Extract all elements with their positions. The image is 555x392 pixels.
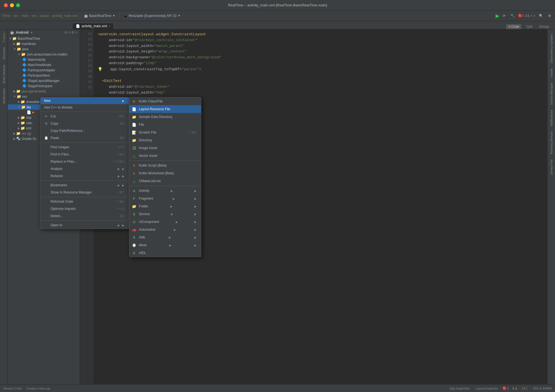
tree-main-viewmodel[interactable]: 🔷 MainViewModel bbox=[8, 62, 80, 67]
submenu-scratch-file[interactable]: 📝 Scratch File ⇧⌘N bbox=[129, 129, 201, 136]
cursor-position[interactable]: 19:1 bbox=[520, 386, 528, 391]
submenu-image-asset[interactable]: 🖼 Image Asset bbox=[129, 144, 201, 152]
menu-separator-2 bbox=[41, 142, 129, 143]
tree-java-generated[interactable]: ▶ 📁 java (generated) bbox=[8, 89, 80, 94]
submenu-separator-1 bbox=[129, 160, 201, 161]
submenu-kotlin-worksheet[interactable]: K Kotlin Worksheet (Beta) bbox=[129, 169, 201, 177]
breadcrumb-src[interactable]: src bbox=[14, 14, 18, 18]
sync-tree-icon[interactable]: ⟳ bbox=[64, 31, 67, 34]
menu-item-paste[interactable]: 📋 Paste ⌘K bbox=[41, 134, 129, 142]
tree-java[interactable]: ▼ 📁 java bbox=[8, 46, 80, 52]
submenu-activity[interactable]: A Activity ▶ bbox=[129, 187, 201, 195]
memory-usage[interactable]: 943 of 4096M bbox=[532, 386, 553, 391]
tree-stage-participant[interactable]: 🔷 StageParticipant bbox=[8, 83, 80, 89]
menu-item-replace[interactable]: Replace in Files... ⌥⇧⌘U bbox=[41, 158, 129, 165]
tree-layout-label: lay bbox=[27, 105, 31, 109]
design-mode-btn[interactable]: Design bbox=[537, 24, 552, 29]
breadcrumb-res[interactable]: res bbox=[32, 14, 37, 18]
window-controls[interactable] bbox=[4, 3, 20, 7]
search-button[interactable]: 🔍 bbox=[537, 13, 545, 18]
menu-item-resource-manager[interactable]: Show In Resource Manager ⇧⌘T bbox=[41, 189, 129, 196]
menu-item-new[interactable]: New ▶ bbox=[41, 97, 129, 104]
menu-item-open-in[interactable]: Open In ▶ bbox=[41, 222, 129, 229]
sidebar-item-structure[interactable]: Structure bbox=[1, 45, 7, 62]
menu-item-find-files[interactable]: Find in Files... ⇧⌘U bbox=[41, 151, 129, 158]
submenu-aidl[interactable]: A AIDL bbox=[129, 249, 201, 257]
settings-button[interactable]: ⚙ bbox=[546, 13, 553, 18]
breadcrumb-layout[interactable]: layout bbox=[40, 14, 49, 18]
run-button[interactable]: ▶ bbox=[496, 13, 499, 19]
menu-item-find-usages[interactable]: Find Usages ⌥F7 bbox=[41, 144, 129, 151]
tree-participant-adapter[interactable]: 🔷 ParticipantAdapter bbox=[8, 67, 80, 73]
menu-item-reformat[interactable]: Reformat Code ⌥⌘L bbox=[41, 198, 129, 205]
submenu-kotlin-script[interactable]: K Kotlin Script (Beta) bbox=[129, 162, 201, 169]
device-manager-panel[interactable]: Device Manager bbox=[549, 80, 554, 107]
breadcrumb-main[interactable]: main bbox=[21, 14, 29, 18]
maximize-button[interactable] bbox=[16, 3, 20, 7]
submenu-folder[interactable]: 📁 Folder ▶ bbox=[129, 202, 201, 210]
submenu-kotlin-class[interactable]: K Kotlin Class/File bbox=[129, 97, 201, 105]
tree-stage-layout-manager[interactable]: 🔷 StageLayoutManager bbox=[8, 78, 80, 83]
code-line-13: android:id="@+id/main_controls_container… bbox=[98, 37, 543, 43]
tree-com-package[interactable]: ▼ 📁 com.amazonaws.ivs.realtim bbox=[8, 52, 80, 57]
menu-item-copy-path[interactable]: Copy Path/Reference... bbox=[41, 127, 129, 134]
error-indicator[interactable]: 🔴2 ⚠1 ∧ ∨ bbox=[518, 14, 536, 17]
close-tree-icon[interactable]: × bbox=[76, 31, 77, 34]
split-mode-btn[interactable]: Split bbox=[524, 24, 534, 29]
tree-manifests[interactable]: ▶ 📁 manifests bbox=[8, 41, 80, 46]
notifications-panel[interactable]: Notifications bbox=[549, 107, 554, 129]
tree-participant-item[interactable]: 🔷 ParticipantItem bbox=[8, 73, 80, 78]
submenu-ui-component[interactable]: U UiComponent ▶ bbox=[129, 218, 201, 226]
minimize-button[interactable] bbox=[10, 3, 14, 7]
menu-item-bookmarks[interactable]: Bookmarks ▶ bbox=[41, 182, 129, 189]
device-selector[interactable]: 📱 Resizable (Experimental) API 33 ▼ bbox=[122, 13, 182, 18]
submenu-fragment[interactable]: F Fragment ▶ bbox=[129, 195, 201, 202]
breadcrumb-ltime[interactable]: lTime bbox=[2, 14, 10, 18]
tree-root[interactable]: ▼ 📁 BasicRealTime bbox=[8, 36, 80, 41]
layout-inspector-status[interactable]: Layout Inspector bbox=[474, 386, 499, 391]
submenu-wear[interactable]: ⌚ Wear ▶ bbox=[129, 241, 201, 249]
close-button[interactable] bbox=[4, 3, 8, 7]
status-bar-right: App Inspection Layout Inspector 🔴 2 ⚠ 1 … bbox=[449, 386, 553, 391]
submenu-service[interactable]: S Service ▶ bbox=[129, 210, 201, 218]
tree-java-label: java bbox=[22, 47, 28, 51]
submenu-layout-resource[interactable]: 📄 Layout Resource File bbox=[129, 105, 201, 113]
submenu-vector-asset[interactable]: △ Vector Asset bbox=[129, 152, 201, 160]
menu-item-refactor[interactable]: Refactor ▶ bbox=[41, 172, 129, 180]
gradle-panel[interactable]: Gradle bbox=[549, 66, 554, 80]
code-mode-btn[interactable]: ≡ Code bbox=[506, 24, 521, 29]
collapse-tree-icon[interactable]: ≡ bbox=[68, 31, 70, 34]
submenu-automotive[interactable]: 🚗 Automotive ▶ bbox=[129, 226, 201, 233]
create-new-status[interactable]: Create a new Lay bbox=[25, 386, 51, 391]
version-control-status[interactable]: Version Contr bbox=[2, 386, 23, 391]
submenu-cmake[interactable]: △ CMakeLists.txt bbox=[129, 177, 201, 185]
tab-close-button[interactable]: × bbox=[109, 25, 110, 28]
menu-item-cut[interactable]: ✂ Cut ⇧⌦ bbox=[41, 113, 129, 120]
submenu-xml[interactable]: X XML ▶ bbox=[129, 233, 201, 241]
app-inspection-status[interactable]: App Inspection bbox=[449, 386, 471, 391]
dependency-updates-panel[interactable]: Dependency Updates bbox=[549, 32, 554, 66]
build-button[interactable]: 🔨 bbox=[509, 13, 516, 18]
submenu-directory[interactable]: 📁 Directory bbox=[129, 136, 201, 144]
breadcrumb-file[interactable]: activity_main.xml bbox=[52, 14, 77, 18]
tab-activity-main[interactable]: 📄 activity_main.xml × bbox=[72, 23, 114, 29]
submenu-sample-data[interactable]: 📁 Sample Data Directory bbox=[129, 113, 201, 121]
error-count[interactable]: 🔴 2 bbox=[503, 386, 509, 390]
project-selector[interactable]: 🤖 BasicRealTime ▼ bbox=[82, 13, 117, 18]
warning-count[interactable]: ⚠ 1 bbox=[512, 386, 517, 390]
sidebar-item-bookmarks[interactable]: Bookmarks bbox=[1, 86, 7, 106]
running-devices-panel[interactable]: Running Devices bbox=[549, 129, 554, 157]
device-file-panel[interactable]: Device File bbox=[549, 157, 554, 177]
menu-item-optimize-imports[interactable]: Optimize Imports ^⌥O bbox=[41, 205, 129, 212]
menu-item-delete[interactable]: Delete... ⌦ bbox=[41, 212, 129, 220]
menu-item-add-cpp[interactable]: Add C++ to Module bbox=[41, 104, 129, 111]
menu-item-analyze[interactable]: Analyze ▶ bbox=[41, 165, 129, 172]
sidebar-item-project[interactable]: Project bbox=[1, 31, 7, 44]
tree-main-activity[interactable]: 🔷 MainActivity bbox=[8, 57, 80, 62]
sync-button[interactable]: ⟳ bbox=[501, 13, 507, 18]
menu-item-copy[interactable]: ⎘ Copy ⌘J bbox=[41, 120, 129, 127]
tree-res-gen-label: res (g) bbox=[22, 132, 31, 135]
submenu-file[interactable]: 📄 File bbox=[129, 121, 201, 129]
settings-tree-icon[interactable]: ⚙ bbox=[71, 31, 74, 34]
sidebar-item-build-variants[interactable]: Build Variants bbox=[1, 62, 7, 86]
